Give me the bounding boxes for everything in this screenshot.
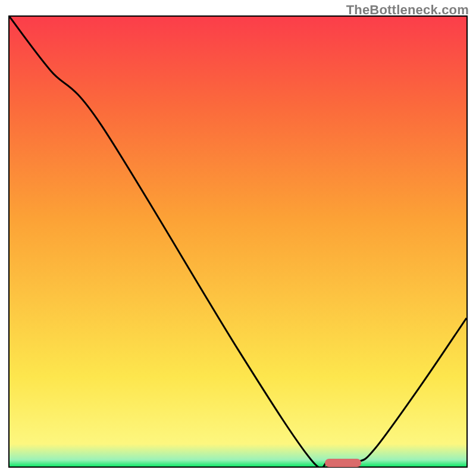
optimal-range-marker (325, 459, 361, 467)
plot-svg (10, 17, 466, 466)
watermark-text: TheBottleneck.com (346, 2, 469, 18)
plot-background (10, 17, 466, 466)
plot-frame (8, 15, 468, 468)
chart-container: { "watermark": "TheBottleneck.com", "col… (0, 0, 476, 476)
